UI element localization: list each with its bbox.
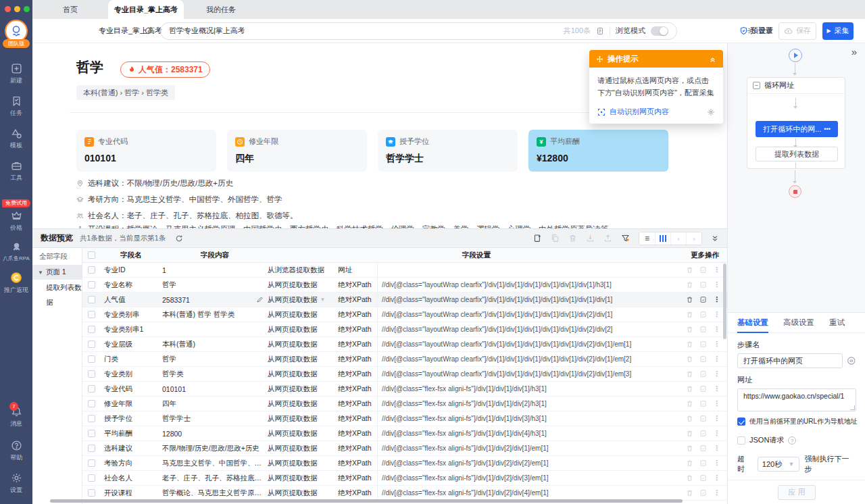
collapse-panel-icon[interactable]: » <box>851 46 857 57</box>
more-actions-icon[interactable]: ⋮ <box>713 326 720 333</box>
table-row[interactable]: 专业层级 本科(普通) 从网页提取数据▼ 绝对XPath //div[@clas… <box>82 337 727 352</box>
table-row[interactable]: 专业代码 010101 从网页提取数据▼ 绝对XPath //div[@clas… <box>82 382 727 397</box>
edit-xpath-icon[interactable] <box>699 385 707 393</box>
table-row[interactable]: 社会名人 老子、庄子、孔子、苏格拉底、柏... 从网页提取数据▼ 绝对XPath… <box>82 471 727 486</box>
more-actions-icon[interactable]: ⋮ <box>713 474 720 482</box>
url-textarea[interactable]: https://www.gaokao.cn/special/1 <box>737 388 856 411</box>
table-row[interactable]: 专业ID 1 从浏览器提取数据▼ 网址 ⋮ <box>82 263 727 278</box>
extract-method-cell[interactable]: 从网页提取数据▼ <box>268 397 338 411</box>
card-major-code[interactable]: 专业代码 010101 <box>76 130 216 172</box>
more-actions-icon[interactable]: ⋮ <box>713 415 720 422</box>
sidebar-item-pricing[interactable]: 价格 <box>0 209 32 232</box>
more-actions-icon[interactable]: ⋮ <box>713 266 720 274</box>
copy-icon[interactable] <box>551 234 560 243</box>
tab-home[interactable]: 首页 <box>32 0 108 19</box>
more-actions-icon[interactable]: ⋮ <box>713 445 720 452</box>
extract-method-cell[interactable]: 从网页提取数据▼ <box>268 411 338 426</box>
vertical-scrollbar[interactable] <box>723 263 726 339</box>
sidebar-item-tasks[interactable]: 任务 <box>0 95 32 118</box>
edit-xpath-icon[interactable] <box>699 281 707 288</box>
more-actions-icon[interactable]: ⋮ <box>713 281 720 288</box>
extract-method-cell[interactable]: 从网页提取数据▼ <box>268 471 338 485</box>
card-average-salary[interactable]: ¥平均薪酬 ¥12800 <box>528 130 668 172</box>
row-checkbox[interactable] <box>88 430 95 437</box>
table-row[interactable]: 开设课程 哲学概论、马克思主义哲学原理、... 从网页提取数据▼ 绝对XPath… <box>82 486 727 501</box>
extract-method-cell[interactable]: 从网页提取数据▼ <box>268 322 338 336</box>
settings-button[interactable]: 设置 <box>747 26 773 36</box>
table-row[interactable]: 考验方向 马克思主义哲学、中国哲学、外国... 从网页提取数据▼ 绝对XPath… <box>82 456 727 471</box>
extract-method-cell[interactable]: 从网页提取数据▼ <box>268 441 338 455</box>
delete-field-icon[interactable] <box>686 281 693 288</box>
export-icon[interactable] <box>603 234 612 243</box>
sidebar-item-templates[interactable]: 模板 <box>0 127 32 150</box>
download-icon[interactable] <box>586 234 595 243</box>
more-actions-icon[interactable]: ⋮ <box>713 341 720 348</box>
delete-field-icon[interactable] <box>686 296 693 303</box>
extract-method-cell[interactable]: 从浏览器提取数据▼ <box>268 263 338 277</box>
delete-field-icon[interactable] <box>686 430 693 437</box>
edit-xpath-icon[interactable] <box>699 489 707 497</box>
delete-field-icon[interactable] <box>686 474 693 482</box>
delete-field-icon[interactable] <box>686 415 693 422</box>
variable-icon[interactable] <box>847 356 856 366</box>
collapse-step-icon[interactable]: − <box>753 82 760 89</box>
refresh-icon[interactable] <box>144 26 153 35</box>
extract-method-cell[interactable]: 从网页提取数据▼ <box>268 367 338 381</box>
edit-content-icon[interactable] <box>256 296 264 303</box>
row-checkbox[interactable] <box>88 459 95 467</box>
add-field-icon[interactable] <box>533 234 542 243</box>
more-actions-icon[interactable]: ⋮ <box>713 400 720 407</box>
breadcrumb[interactable]: 本科(普通) › 哲学 › 哲学类 <box>76 85 175 100</box>
sidebar-item-new[interactable]: 新建 <box>0 62 32 85</box>
row-checkbox[interactable] <box>88 400 95 407</box>
extract-method-cell[interactable]: 从网页提取数据▼ <box>268 278 338 292</box>
delete-field-icon[interactable] <box>686 445 693 452</box>
edit-xpath-icon[interactable] <box>699 296 707 303</box>
table-row[interactable]: 修业年限 四年 从网页提取数据▼ 绝对XPath //div[@class="f… <box>82 397 727 411</box>
loop-url-step[interactable]: − 循环网址 打开循环中的网... ••• 提取列表数据 <box>747 77 845 169</box>
row-checkbox[interactable] <box>88 296 95 303</box>
delete-icon[interactable] <box>568 234 577 243</box>
delete-field-icon[interactable] <box>686 370 693 378</box>
more-actions-icon[interactable]: ⋮ <box>713 385 720 393</box>
extract-method-cell[interactable]: 从网页提取数据▼ <box>268 486 338 500</box>
table-row[interactable]: 人气值 2583371 从网页提取数据▼ 绝对XPath //div[@clas… <box>82 293 727 307</box>
tab-advanced-settings[interactable]: 高级设置 <box>783 318 814 328</box>
row-checkbox[interactable] <box>88 370 95 378</box>
use-loop-url-checkbox[interactable] <box>737 418 745 426</box>
page-title-input[interactable]: 哲学专业概况|掌上高考 共100条 浏览模式 <box>160 22 677 40</box>
edit-xpath-icon[interactable] <box>699 355 707 363</box>
delete-field-icon[interactable] <box>686 266 693 274</box>
hint-settings-icon[interactable] <box>707 108 715 116</box>
hint-header[interactable]: 操作提示 <box>589 50 723 68</box>
more-actions-icon[interactable]: ⋮ <box>713 311 720 318</box>
delete-field-icon[interactable] <box>686 341 693 348</box>
more-actions-icon[interactable]: ⋮ <box>713 370 720 378</box>
select-all-checkbox[interactable] <box>88 251 95 259</box>
popularity-badge[interactable]: 人气值：2583371 <box>120 61 210 78</box>
delete-field-icon[interactable] <box>686 311 693 318</box>
auto-detect-link[interactable]: 自动识别网页内容 <box>610 107 669 117</box>
apply-button[interactable]: 应 用 <box>778 485 816 500</box>
collect-button[interactable]: ▶ 采集 <box>822 22 854 40</box>
row-checkbox[interactable] <box>88 311 95 318</box>
table-row[interactable]: 专业名称 哲学 从网页提取数据▼ 绝对XPath //div[@class="l… <box>82 278 727 293</box>
step-name-input[interactable]: 打开循环中的网页 <box>737 353 843 368</box>
more-actions-icon[interactable]: ⋮ <box>713 459 720 467</box>
row-checkbox[interactable] <box>88 474 95 482</box>
row-view-icon[interactable]: ≡ <box>639 232 655 245</box>
row-checkbox[interactable] <box>88 281 95 288</box>
edit-xpath-icon[interactable] <box>699 326 707 333</box>
row-checkbox[interactable] <box>88 266 95 274</box>
delete-field-icon[interactable] <box>686 489 693 497</box>
table-row[interactable]: 平均薪酬 12800 从网页提取数据▼ 绝对XPath //div[@class… <box>82 426 727 441</box>
save-button[interactable]: 保存 <box>778 22 816 40</box>
delete-field-icon[interactable] <box>686 459 693 467</box>
next-record-icon[interactable]: › <box>686 232 701 245</box>
workflow-start-icon[interactable] <box>789 49 802 62</box>
extract-method-cell[interactable]: 从网页提取数据▼ <box>268 456 338 470</box>
extract-method-cell[interactable]: 从网页提取数据▼ <box>268 382 338 396</box>
edit-xpath-icon[interactable] <box>699 370 707 378</box>
extract-method-cell[interactable]: 从网页提取数据▼ <box>268 307 338 322</box>
table-row[interactable]: 门类 哲学 从网页提取数据▼ 绝对XPath //div[@class="lay… <box>82 352 727 367</box>
